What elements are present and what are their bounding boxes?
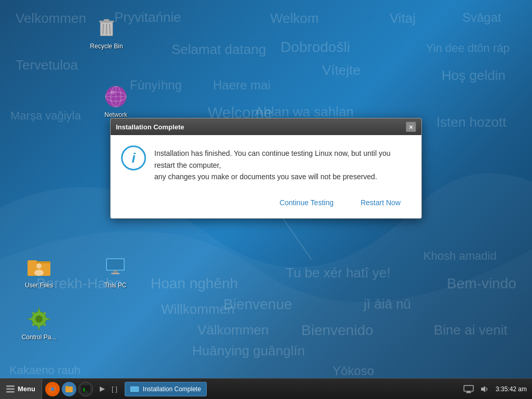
svg-rect-34 [6,388,15,390]
continue-testing-button[interactable]: Continue Testing [269,195,344,210]
bg-text-ahlan: Ahlan wa sahlan [255,104,354,120]
trash-icon [94,16,119,41]
desktop: Velkommen Pryvitańnie Welkom Vitaj Svāga… [0,0,532,378]
dialog-message-line2: any changes you make or documents you sa… [154,172,377,181]
svg-point-24 [35,315,43,323]
svg-rect-26 [38,325,40,328]
dialog-close-button[interactable]: × [406,122,416,132]
svg-rect-35 [6,391,15,393]
window-indicator [130,387,139,392]
taskbar: Menu $_ [0,378,532,399]
svg-marker-43 [100,387,105,392]
bg-text-welkom: Welkom [270,10,318,26]
filemanager-icon [64,384,74,394]
bg-text-marsa: Marşa vağiyla [10,109,81,123]
bg-text-funyihng: Fùnyìhng [130,78,182,92]
svg-rect-28 [45,318,48,320]
svg-rect-46 [466,392,471,393]
dialog-overlay: Installation Complete × i Installation h… [0,0,532,378]
bg-text-haere: Haere mai [213,78,271,92]
bg-text-hoan: Hoan nghênh [151,275,238,292]
control-panel-icon[interactable]: Control Pa... [18,307,60,342]
restart-now-button[interactable]: Restart Now [350,195,411,210]
dialog-buttons: Continue Testing Restart Now [121,193,411,210]
taskbar-right: 3:35:42 am [458,385,532,393]
svg-point-17 [36,263,42,269]
svg-point-18 [34,270,44,276]
bg-text-selamat: Selamat datang [171,42,266,58]
installation-complete-dialog: Installation Complete × i Installation h… [110,118,422,218]
svg-rect-21 [113,271,117,273]
bg-text-vitejte: Vítejte [322,62,361,78]
bg-text-tervetuloa: Tervetuloa [16,57,78,73]
user-folder-icon [26,255,51,280]
bg-text-hos-geldin: Hoş geldin [442,68,506,84]
bg-text-khosh: Khosh amadid [423,249,497,263]
bg-text-valkommen: Välkommen [197,322,269,338]
info-icon: i [121,145,146,170]
svg-text:$_: $_ [83,387,88,392]
svg-rect-16 [28,260,37,263]
taskbar-monitor-icon[interactable] [463,385,474,393]
taskbar-terminal-icon[interactable]: $_ [78,382,93,396]
bg-text-huanying: Huānying guānglín [192,343,305,359]
svg-line-4 [103,24,103,34]
bg-text-yokoso: Yōkoso [332,364,374,378]
bg-text-willkommen: Willkommen [161,301,235,317]
bg-text-bienvenue: Bienvenue [223,296,292,313]
bg-text-bem-vindo: Bem-vindo [447,275,516,292]
svg-rect-22 [111,273,119,274]
taskbar-apps: $_ [ ] [42,379,121,399]
svg-rect-25 [38,310,40,313]
taskbar-speaker-icon[interactable] [480,385,489,393]
arrow-icon [98,384,107,394]
svg-rect-27 [30,318,33,320]
taskbar-menu-label: Menu [18,385,35,393]
this-pc-label: This PC [104,282,127,290]
control-panel-label: Control Pa... [22,334,57,342]
bg-text-ji-aia: jī āiā nū [364,296,411,312]
recycle-bin-icon[interactable]: Recycle Bin [86,16,127,51]
dialog-content: i Installation has finished. You can con… [121,145,411,182]
taskbar-filemanager-icon[interactable] [62,382,76,396]
bg-text-dobrodosli: Dobrodošli [281,39,350,56]
svg-rect-20 [107,259,124,270]
taskbar-window-button[interactable]: Installation Complete [125,382,207,396]
taskbar-bracket: [ ] [112,385,117,393]
taskbar-window-title: Installation Complete [143,385,201,393]
bg-text-kakaeno: Kakaeno rauh [9,364,81,377]
svg-rect-40 [65,386,69,388]
control-panel-gear-icon [26,307,51,331]
bg-text-velkommen: Velkommen [16,10,86,26]
dialog-title: Installation Complete [116,123,184,131]
bg-text-svagat: Svāgat [462,10,501,25]
dialog-message-line1: Installation has finished. You can conti… [154,149,391,169]
svg-point-13 [111,90,115,95]
taskbar-menu-button[interactable]: Menu [0,379,42,399]
bg-text-yin-dee: Yin dee dtôn ráp [426,42,510,55]
bg-text-bienvenido: Bienvenido [301,322,374,339]
bg-text-vitaj: Vitaj [390,10,416,26]
firefox-icon [48,384,57,394]
taskbar-arrow-icon[interactable] [95,382,110,396]
svg-rect-33 [6,385,15,387]
taskbar-firefox-icon[interactable] [45,382,60,396]
this-pc-icon[interactable]: This PC [95,255,136,290]
network-icon[interactable]: Network [95,84,137,119]
svg-point-37 [51,388,54,391]
user-files-label: User Files [25,282,53,290]
svg-rect-2 [104,19,109,21]
svg-rect-45 [467,391,470,392]
user-files-icon[interactable]: User Files [18,255,60,290]
globe-icon [103,84,128,109]
bg-text-tu-be: Tu be xér hatî ye! [286,265,390,281]
taskbar-clock: 3:35:42 am [496,385,527,393]
bg-text-bine: Bine ai venit [434,322,508,338]
dialog-body: i Installation has finished. You can con… [111,135,421,218]
svg-line-6 [110,24,110,34]
svg-rect-44 [464,385,473,391]
dialog-titlebar: Installation Complete × [111,118,421,135]
computer-icon [103,255,128,280]
svg-marker-47 [481,386,485,392]
bg-text-isten: Isten hozott [436,114,506,130]
